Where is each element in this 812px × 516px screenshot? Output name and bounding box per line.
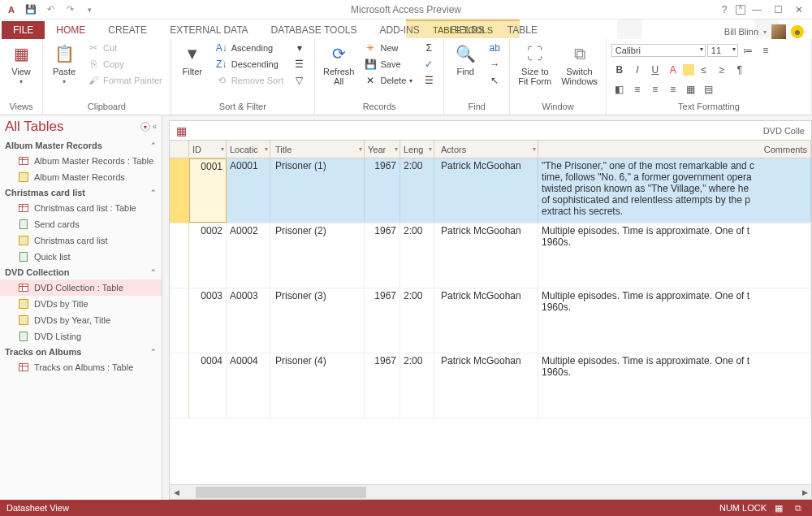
- nav-item[interactable]: Album Master Records: [0, 169, 162, 185]
- copy-button[interactable]: ⎘Copy: [84, 57, 166, 72]
- replace-button[interactable]: ab: [485, 41, 504, 55]
- align-center-button[interactable]: ≡: [647, 81, 663, 98]
- table-row[interactable]: 0004 A0004 Prisoner (4) 1967 2:00 Patric…: [170, 353, 811, 418]
- nav-item[interactable]: Christmas card list: [0, 232, 162, 249]
- numbering-icon[interactable]: ≡: [758, 42, 774, 59]
- tab-home[interactable]: HOME: [45, 21, 97, 39]
- col-header-actors[interactable]: Actors▾: [434, 141, 538, 158]
- cell-id[interactable]: 0002: [189, 223, 227, 288]
- access-app-icon[interactable]: A: [3, 2, 19, 17]
- cell-length[interactable]: 2:00: [400, 223, 434, 288]
- cell-title[interactable]: Prisoner (4): [270, 353, 365, 418]
- nav-header[interactable]: All Tables ▾ «: [0, 115, 162, 138]
- advanced-filter-button[interactable]: ☰: [290, 57, 309, 72]
- size-to-fit-button[interactable]: ⛶ Size to Fit Form: [515, 41, 555, 88]
- cell-year[interactable]: 1967: [365, 158, 400, 223]
- col-header-title[interactable]: Title▾: [270, 141, 365, 158]
- save-record-button[interactable]: 💾Save: [361, 57, 416, 72]
- table-row[interactable]: 0002 A0002 Prisoner (2) 1967 2:00 Patric…: [170, 223, 811, 288]
- close-icon[interactable]: ✕: [789, 2, 809, 17]
- highlight-button[interactable]: [683, 64, 694, 76]
- cell-title[interactable]: Prisoner (2): [270, 223, 365, 288]
- col-header-id[interactable]: ID▾: [189, 141, 227, 158]
- view-button[interactable]: ▦ View ▾: [5, 41, 37, 87]
- selection-filter-button[interactable]: ▾: [290, 41, 309, 55]
- fill-color-button[interactable]: ◧: [611, 81, 628, 98]
- descending-button[interactable]: Z↓Descending: [212, 57, 287, 72]
- decrease-indent-icon[interactable]: ≤: [696, 62, 712, 78]
- cut-button[interactable]: ✂Cut: [84, 41, 166, 55]
- nav-item[interactable]: Christmas card list : Table: [0, 200, 162, 216]
- cell-comments[interactable]: Multiple episodes. Time is approximate. …: [538, 223, 811, 288]
- row-selector-header[interactable]: [170, 141, 189, 158]
- chevron-down-icon[interactable]: ▾: [221, 145, 224, 153]
- nav-collapse-icon[interactable]: «: [152, 122, 157, 132]
- more-records-button[interactable]: ☰: [419, 73, 438, 88]
- tab-fields[interactable]: FIELDS: [439, 21, 496, 39]
- cell-year[interactable]: 1967: [365, 353, 400, 418]
- nav-item[interactable]: DVD Collection : Table: [0, 280, 162, 296]
- maximize-icon[interactable]: ☐: [768, 2, 788, 17]
- cell-comments[interactable]: Multiple episodes. Time is approximate. …: [538, 288, 811, 353]
- chevron-down-icon[interactable]: ▾: [359, 145, 362, 153]
- nav-item[interactable]: Album Master Records : Table: [0, 153, 162, 169]
- cell-location[interactable]: A0004: [227, 353, 270, 418]
- nav-item[interactable]: Send cards: [0, 216, 162, 232]
- remove-sort-button[interactable]: ⟲Remove Sort: [212, 73, 287, 88]
- chevron-down-icon[interactable]: ▾: [429, 145, 432, 153]
- align-left-button[interactable]: ≡: [629, 81, 646, 98]
- font-size-select[interactable]: 11▾: [707, 44, 738, 57]
- nav-item[interactable]: Tracks on Albums : Table: [0, 359, 162, 375]
- align-right-button[interactable]: ≡: [665, 81, 681, 98]
- save-icon[interactable]: 💾: [23, 2, 39, 17]
- collapse-icon[interactable]: ⌃: [150, 141, 157, 150]
- new-record-button[interactable]: ✳New: [361, 41, 416, 55]
- find-button[interactable]: 🔍 Find: [449, 41, 482, 78]
- user-name[interactable]: Bill Blinn: [724, 27, 758, 37]
- col-header-length[interactable]: Leng▾: [400, 141, 434, 158]
- nav-group-header[interactable]: Tracks on Albums⌃: [0, 345, 162, 359]
- scrollbar-track[interactable]: [196, 487, 785, 498]
- cell-length[interactable]: 2:00: [400, 288, 434, 353]
- qat-customize-icon[interactable]: ▾: [81, 2, 97, 17]
- redo-icon[interactable]: ↷: [62, 2, 78, 17]
- help-icon[interactable]: ?: [715, 2, 734, 17]
- cell-year[interactable]: 1967: [365, 288, 400, 353]
- col-header-comments[interactable]: Comments: [538, 141, 811, 158]
- scroll-right-icon[interactable]: ▶: [798, 486, 811, 499]
- cell-comments[interactable]: "The Prisoner," one of the most remarkab…: [538, 158, 811, 223]
- select-button[interactable]: ↖: [485, 73, 504, 88]
- tab-file[interactable]: FILE: [2, 21, 45, 39]
- tab-addins[interactable]: ADD-INS: [368, 21, 430, 39]
- ascending-button[interactable]: A↓Ascending: [212, 41, 287, 55]
- col-header-location[interactable]: Locatic▾: [227, 141, 270, 158]
- delete-record-button[interactable]: ✕Delete▾: [361, 73, 416, 88]
- totals-button[interactable]: Σ: [419, 41, 438, 55]
- horizontal-scrollbar[interactable]: ◀ ▶: [170, 484, 811, 499]
- minimize-icon[interactable]: —: [747, 2, 767, 17]
- nav-group-header[interactable]: Album Master Records⌃: [0, 138, 162, 153]
- underline-button[interactable]: U: [647, 62, 663, 78]
- cell-year[interactable]: 1967: [365, 223, 400, 288]
- row-selector[interactable]: [170, 223, 189, 288]
- nav-item[interactable]: Quick list: [0, 249, 162, 265]
- paste-button[interactable]: 📋 Paste ▾: [48, 41, 80, 87]
- format-painter-button[interactable]: 🖌Format Painter: [84, 73, 166, 88]
- design-view-icon[interactable]: ⧉: [791, 502, 806, 514]
- nav-item[interactable]: DVDs by Year, Title: [0, 312, 162, 328]
- row-selector[interactable]: [170, 158, 189, 223]
- goto-button[interactable]: →: [485, 57, 504, 72]
- ltr-icon[interactable]: ¶: [732, 62, 748, 78]
- italic-button[interactable]: I: [629, 62, 646, 78]
- increase-indent-icon[interactable]: ≥: [714, 62, 730, 78]
- cell-location[interactable]: A0001: [227, 158, 270, 223]
- cell-length[interactable]: 2:00: [400, 353, 434, 418]
- spelling-button[interactable]: ✓: [419, 57, 438, 72]
- cell-actors[interactable]: Patrick McGoohan: [434, 158, 538, 223]
- tab-table[interactable]: TABLE: [496, 21, 549, 39]
- datasheet-view-icon[interactable]: ▦: [771, 502, 786, 514]
- cell-id[interactable]: 0001: [189, 158, 227, 223]
- chevron-down-icon[interactable]: ▾: [265, 145, 268, 153]
- nav-options-icon[interactable]: ▾: [140, 122, 150, 132]
- chevron-down-icon[interactable]: ▾: [533, 145, 536, 153]
